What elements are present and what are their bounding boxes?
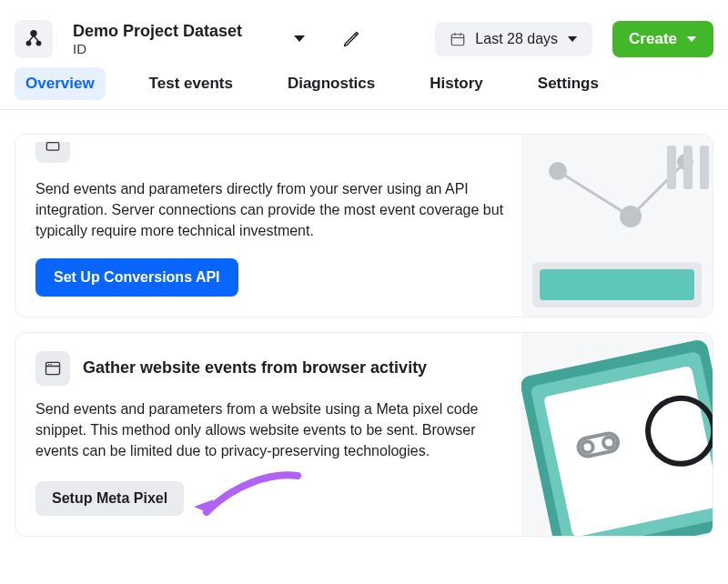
svg-rect-16: [667, 146, 676, 189]
svg-point-21: [48, 363, 50, 365]
chevron-down-icon: [567, 35, 578, 44]
card-browser-events: Gather website events from browser activ…: [15, 332, 713, 538]
card-server-events: Send events and parameters directly from…: [15, 134, 713, 317]
create-label: Create: [629, 30, 677, 48]
project-id: ID: [73, 41, 242, 56]
tab-settings[interactable]: Settings: [527, 67, 610, 100]
svg-rect-17: [683, 146, 693, 189]
server-icon: [44, 142, 62, 155]
server-icon-box: [35, 142, 70, 163]
tab-test-events[interactable]: Test events: [138, 67, 244, 100]
svg-rect-18: [700, 146, 709, 189]
svg-point-0: [30, 30, 36, 36]
annotation-arrow-icon: [188, 468, 307, 532]
chevron-down-icon: [293, 35, 306, 44]
browser-window-icon: [44, 359, 62, 378]
tab-overview[interactable]: Overview: [15, 67, 106, 100]
date-range-label: Last 28 days: [475, 31, 558, 47]
setup-meta-pixel-button[interactable]: Setup Meta Pixel: [35, 481, 184, 516]
svg-rect-3: [452, 35, 465, 45]
calendar-icon: [450, 31, 466, 47]
card-browser-body: Send events and parameters from a websit…: [35, 398, 518, 462]
header: Demo Project Dataset ID Last 28 days Cre…: [0, 0, 728, 67]
chevron-down-icon: [686, 35, 697, 44]
project-title: Demo Project Dataset: [73, 22, 242, 41]
tab-history[interactable]: History: [419, 67, 494, 100]
setup-conversions-api-button[interactable]: Set Up Conversions API: [35, 258, 238, 297]
tab-diagnostics[interactable]: Diagnostics: [277, 67, 386, 100]
content: Send events and parameters directly from…: [0, 110, 728, 560]
svg-rect-7: [46, 143, 58, 150]
card-browser-illustration: [521, 332, 713, 537]
card-server-body: Send events and parameters directly from…: [35, 178, 518, 242]
project-dropdown[interactable]: [288, 29, 311, 49]
card-server-illustration: [521, 135, 713, 317]
browser-icon-box: [35, 351, 70, 386]
project-logo: [15, 20, 53, 58]
svg-point-22: [50, 363, 52, 365]
date-range-button[interactable]: Last 28 days: [435, 22, 592, 56]
pencil-icon: [342, 30, 360, 48]
card-browser-title: Gather website events from browser activ…: [83, 358, 427, 378]
tabs: Overview Test events Diagnostics History…: [0, 67, 728, 110]
create-button[interactable]: Create: [612, 21, 713, 57]
svg-rect-12: [540, 269, 694, 300]
edit-project-button[interactable]: [337, 25, 366, 54]
logo-icon: [24, 29, 44, 49]
